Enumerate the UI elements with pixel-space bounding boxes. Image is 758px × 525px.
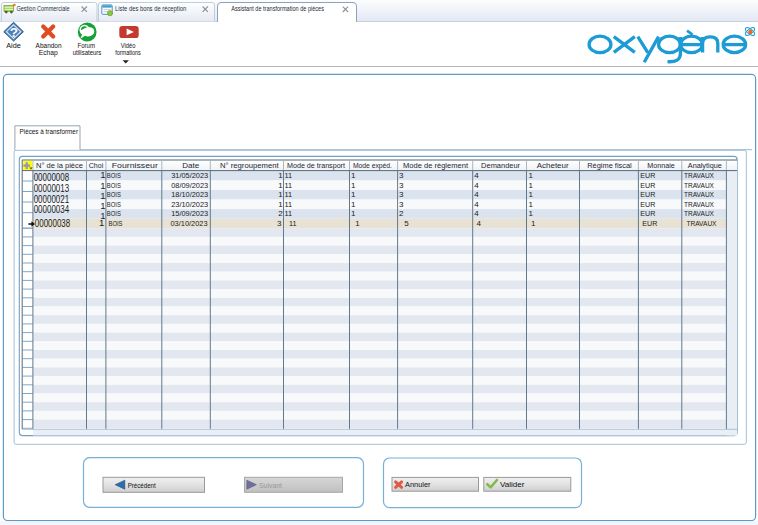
svg-text:11: 11 [284, 171, 292, 180]
svg-text:1: 1 [528, 171, 533, 180]
svg-text:Abandon: Abandon [36, 42, 62, 49]
svg-text:?: ? [10, 25, 18, 40]
svg-text:EUR: EUR [640, 200, 655, 209]
svg-text:Précédent: Précédent [128, 481, 157, 490]
svg-text:1: 1 [99, 217, 104, 228]
svg-text:TRAVAUX: TRAVAUX [687, 219, 718, 228]
svg-text:1: 1 [528, 209, 533, 218]
svg-text:1: 1 [278, 181, 283, 190]
svg-text:3: 3 [399, 190, 404, 199]
svg-text:1: 1 [351, 181, 356, 190]
svg-text:1: 1 [351, 200, 356, 209]
svg-text:4: 4 [474, 190, 479, 199]
svg-text:4: 4 [474, 171, 479, 180]
svg-text:3: 3 [399, 171, 404, 180]
svg-text:1: 1 [100, 169, 105, 180]
svg-text:Analytique: Analytique [688, 161, 723, 170]
svg-text:Assistant de transformation de: Assistant de transformation de pièces [231, 4, 324, 13]
svg-text:Régime fiscal: Régime fiscal [587, 161, 632, 170]
svg-text:Acheteur: Acheteur [537, 161, 569, 170]
svg-text:18/10/2023: 18/10/2023 [171, 190, 209, 199]
svg-text:00000013: 00000013 [34, 183, 70, 194]
svg-text:Valider: Valider [500, 480, 525, 489]
svg-text:EUR: EUR [640, 190, 655, 199]
svg-text:Annuler: Annuler [405, 480, 431, 489]
svg-text:Monnaie: Monnaie [647, 161, 675, 170]
svg-text:BOIS: BOIS [107, 209, 121, 218]
svg-text:Forum: Forum [77, 42, 95, 49]
svg-text:1: 1 [528, 200, 533, 209]
svg-text:15/09/2023: 15/09/2023 [171, 209, 209, 218]
svg-text:formations: formations [115, 49, 141, 56]
svg-text:3: 3 [399, 200, 404, 209]
svg-text:3: 3 [399, 181, 404, 190]
svg-text:Aide: Aide [6, 42, 21, 49]
svg-text:3: 3 [277, 219, 282, 228]
svg-text:BOIS: BOIS [107, 190, 121, 199]
svg-text:Liste des bons de réception: Liste des bons de réception [115, 4, 186, 13]
svg-text:BOIS: BOIS [107, 171, 121, 180]
svg-text:11: 11 [289, 219, 297, 228]
svg-text:EUR: EUR [640, 171, 655, 180]
svg-text:N° regroupement: N° regroupement [220, 161, 279, 170]
svg-text:11: 11 [284, 209, 292, 218]
svg-text:11: 11 [284, 181, 292, 190]
svg-text:TRAVAUX: TRAVAUX [684, 209, 715, 218]
svg-text:TRAVAUX: TRAVAUX [684, 181, 715, 190]
svg-text:Suivant: Suivant [259, 481, 283, 490]
svg-text:BOIS: BOIS [109, 219, 123, 228]
svg-text:1: 1 [278, 190, 283, 199]
svg-text:1: 1 [351, 209, 356, 218]
svg-text:1: 1 [351, 171, 356, 180]
svg-text:EUR: EUR [642, 219, 657, 228]
svg-text:utilisateurs: utilisateurs [73, 49, 102, 56]
svg-text:5: 5 [404, 219, 409, 228]
svg-text:1: 1 [278, 171, 283, 180]
svg-text:BOIS: BOIS [107, 181, 121, 190]
svg-text:11: 11 [284, 190, 292, 199]
svg-text:Mode de règlement: Mode de règlement [403, 161, 469, 170]
svg-text:00000021: 00000021 [34, 194, 70, 205]
svg-text:11: 11 [284, 200, 292, 209]
svg-text:Demandeur: Demandeur [481, 161, 520, 170]
svg-text:N° de la pièce: N° de la pièce [36, 161, 84, 170]
svg-text:1: 1 [528, 181, 533, 190]
svg-text:00000038: 00000038 [35, 218, 71, 229]
svg-text:1: 1 [351, 190, 356, 199]
svg-text:Fournisseur: Fournisseur [112, 161, 158, 170]
svg-text:TRAVAUX: TRAVAUX [684, 200, 715, 209]
svg-text:1: 1 [100, 190, 105, 201]
svg-text:00000034: 00000034 [34, 204, 70, 215]
svg-text:2: 2 [278, 209, 283, 218]
svg-text:TRAVAUX: TRAVAUX [684, 171, 715, 180]
svg-text:Pièces à transformer: Pièces à transformer [20, 127, 79, 136]
svg-text:TRAVAUX: TRAVAUX [684, 190, 715, 199]
svg-text:EUR: EUR [640, 209, 655, 218]
svg-text:BOIS: BOIS [107, 200, 121, 209]
svg-text:4: 4 [474, 209, 479, 218]
svg-text:Gestion Commerciale: Gestion Commerciale [17, 4, 70, 13]
svg-text:08/09/2023: 08/09/2023 [171, 181, 209, 190]
svg-text:1: 1 [531, 219, 536, 228]
svg-text:EUR: EUR [640, 181, 655, 190]
svg-text:23/10/2023: 23/10/2023 [171, 200, 209, 209]
svg-text:1: 1 [355, 219, 360, 228]
svg-text:4: 4 [474, 200, 479, 209]
svg-text:Mode de transport: Mode de transport [287, 161, 346, 170]
svg-text:1: 1 [528, 190, 533, 199]
svg-text:00000008: 00000008 [34, 172, 70, 183]
svg-text:Date: Date [182, 161, 200, 170]
svg-text:1: 1 [278, 200, 283, 209]
svg-text:03/10/2023: 03/10/2023 [171, 219, 209, 228]
svg-text:Mode expéd.: Mode expéd. [353, 161, 392, 170]
svg-text:Vidéo: Vidéo [121, 42, 136, 49]
svg-text:Echap: Echap [39, 49, 58, 57]
svg-text:4: 4 [474, 181, 479, 190]
svg-text:2: 2 [399, 209, 404, 218]
svg-text:4: 4 [476, 219, 481, 228]
svg-text:31/05/2023: 31/05/2023 [171, 171, 209, 180]
